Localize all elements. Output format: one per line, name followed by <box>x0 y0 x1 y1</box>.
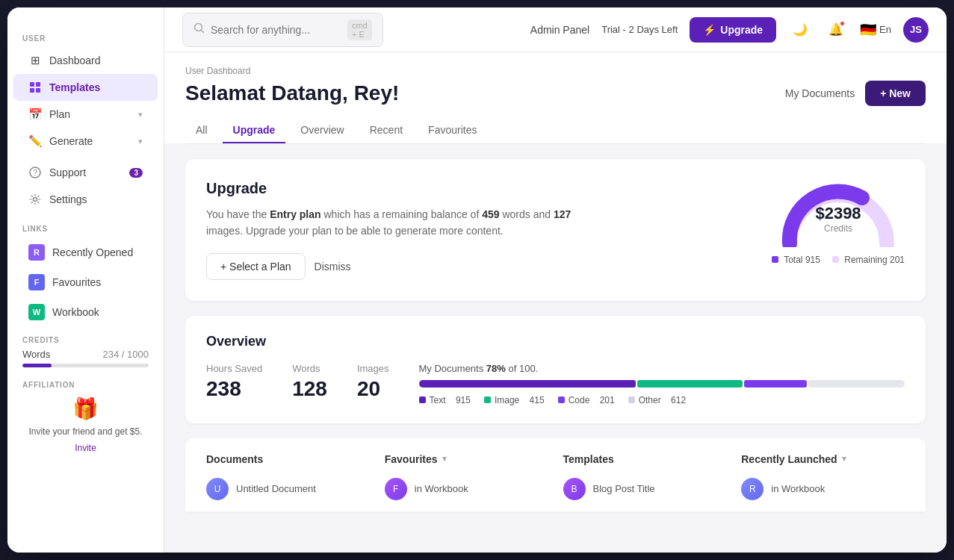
language-selector[interactable]: 🇩🇪 En <box>860 22 891 38</box>
affiliation-section: AFFILIATION 🎁 Invite your friend and get… <box>7 370 164 464</box>
sidebar: USER ⊞ Dashboard Templates 📅 Plan ▾ ✏️ G… <box>7 7 164 553</box>
cards-area: Upgrade You have the Entry plan which ha… <box>164 144 947 526</box>
sidebar-item-generate[interactable]: ✏️ Generate ▾ <box>13 128 158 155</box>
svg-rect-3 <box>36 88 40 93</box>
select-plan-button[interactable]: + Select a Plan <box>206 253 306 280</box>
credits-progress-bar <box>22 364 149 367</box>
sidebar-item-plan[interactable]: 📅 Plan ▾ <box>13 101 158 128</box>
launched-icon: R <box>741 478 763 500</box>
sidebar-item-favourites[interactable]: F Favourites <box>13 267 158 297</box>
my-documents-link[interactable]: My Documents <box>785 87 855 99</box>
credits-section: CREDITS Words 234 / 1000 <box>7 327 164 370</box>
upgrade-button[interactable]: ⚡ Upgrade <box>690 17 776 43</box>
bottom-col-recently-launched: Recently Launched ▾ R in Workbook <box>741 453 905 504</box>
invite-button[interactable]: Invite <box>75 443 96 453</box>
legend-code: Code 201 <box>558 395 615 405</box>
moon-icon[interactable]: 🌙 <box>788 18 812 42</box>
flag-icon: 🇩🇪 <box>860 22 876 38</box>
sidebar-item-support[interactable]: ? Support 3 <box>13 159 158 186</box>
plan-icon: 📅 <box>28 108 42 121</box>
stat-hours-saved: Hours Saved 238 <box>206 363 262 401</box>
chevron-down-icon: ▾ <box>842 454 846 464</box>
launched-location: in Workbook <box>771 483 825 494</box>
chevron-down-icon: ▾ <box>138 110 143 119</box>
list-item[interactable]: B Blog Post Title <box>563 474 727 504</box>
legend-other: Other 612 <box>628 395 686 405</box>
template-name: Blog Post Title <box>593 483 655 494</box>
bottom-col-documents: Documents U Untitled Document <box>206 453 370 504</box>
stat-words: Words 128 <box>292 363 327 401</box>
overview-stats: Hours Saved 238 Words 128 Images 20 <box>206 363 389 401</box>
chevron-down-icon: ▾ <box>138 137 143 146</box>
sidebar-item-recently-opened[interactable]: R Recently Opened <box>13 237 158 267</box>
svg-rect-0 <box>30 82 34 87</box>
stat-images: Images 20 <box>357 363 389 401</box>
other-dot <box>628 396 635 403</box>
sidebar-section-user: USER <box>7 34 164 43</box>
topbar: cmd + E Admin Panel Trial - 2 Days Left … <box>164 7 947 52</box>
sidebar-item-label: Plan <box>49 108 70 120</box>
tab-recent[interactable]: Recent <box>359 118 413 143</box>
svg-rect-1 <box>36 82 40 87</box>
upgrade-card-text: You have the Entry plan which has a rema… <box>206 206 595 240</box>
bar-other <box>808 380 905 388</box>
overview-chart-area: My Documents 78% of 100. <box>419 363 905 405</box>
sidebar-item-workbook[interactable]: W Workbook <box>13 297 158 327</box>
credits-label: CREDITS <box>22 336 149 344</box>
search-box[interactable]: cmd + E <box>182 13 383 47</box>
search-input[interactable] <box>211 24 341 36</box>
sidebar-item-label: Dashboard <box>49 55 101 66</box>
tab-overview[interactable]: Overview <box>290 118 354 143</box>
sidebar-item-settings[interactable]: Settings <box>13 186 158 213</box>
sidebar-item-label: Recently Opened <box>52 246 133 258</box>
chevron-down-icon: ▾ <box>442 454 447 464</box>
bottom-col-title-recently-launched: Recently Launched ▾ <box>741 453 905 465</box>
page-title: Selamat Datang, Rey! <box>185 81 399 105</box>
bottom-col-title-documents: Documents <box>206 453 370 465</box>
bell-icon[interactable]: 🔔 <box>824 18 848 42</box>
total-dot <box>772 256 778 263</box>
legend-image: Image 415 <box>484 395 545 405</box>
bar-legend: Text 915 Image 415 Code 201 <box>419 395 905 405</box>
bottom-col-title-favourites: Favourites ▾ <box>385 453 548 465</box>
tab-favourites[interactable]: Favourites <box>418 118 487 143</box>
image-dot <box>484 396 491 403</box>
favourites-icon: F <box>28 274 45 290</box>
list-item[interactable]: F in Workbook <box>385 474 548 504</box>
page-title-actions: My Documents + New <box>785 81 926 106</box>
sidebar-item-dashboard[interactable]: ⊞ Dashboard <box>13 47 158 74</box>
list-item[interactable]: U Untitled Document <box>206 474 370 504</box>
admin-panel-label: Admin Panel <box>530 24 589 36</box>
dashboard-icon: ⊞ <box>28 54 42 67</box>
user-avatar[interactable]: JS <box>903 17 929 43</box>
new-button[interactable]: + New <box>865 81 926 106</box>
bar-image <box>637 380 743 388</box>
overview-title: Overview <box>206 334 905 349</box>
app-container: USER ⊞ Dashboard Templates 📅 Plan ▾ ✏️ G… <box>7 7 947 553</box>
dismiss-button[interactable]: Dismiss <box>315 261 351 273</box>
svg-text:?: ? <box>33 169 37 177</box>
templates-icon <box>28 81 42 94</box>
generate-icon: ✏️ <box>28 134 42 148</box>
affiliation-text: Invite your friend and get $5. <box>28 426 142 438</box>
tab-all[interactable]: All <box>185 118 218 143</box>
bar-chart <box>419 380 905 388</box>
gift-icon: 🎁 <box>72 396 99 421</box>
tab-upgrade[interactable]: Upgrade <box>223 118 286 143</box>
settings-icon <box>28 193 42 206</box>
support-badge: 3 <box>129 168 143 178</box>
list-item[interactable]: R in Workbook <box>741 474 905 504</box>
sidebar-section-links: LINKS <box>7 225 164 233</box>
sidebar-item-label: Settings <box>49 193 87 205</box>
upgrade-card-content: Upgrade You have the Entry plan which ha… <box>206 180 595 280</box>
main-area: cmd + E Admin Panel Trial - 2 Days Left … <box>164 7 947 553</box>
notification-dot <box>840 21 845 26</box>
remaining-dot <box>832 256 839 263</box>
doc-name: Untitled Document <box>236 483 316 494</box>
document-icon: U <box>206 478 229 500</box>
sidebar-item-label: Favourites <box>52 276 101 288</box>
code-dot <box>558 396 565 403</box>
sidebar-item-label: Generate <box>49 135 93 147</box>
template-icon: B <box>563 478 586 500</box>
sidebar-item-templates[interactable]: Templates <box>13 74 158 101</box>
